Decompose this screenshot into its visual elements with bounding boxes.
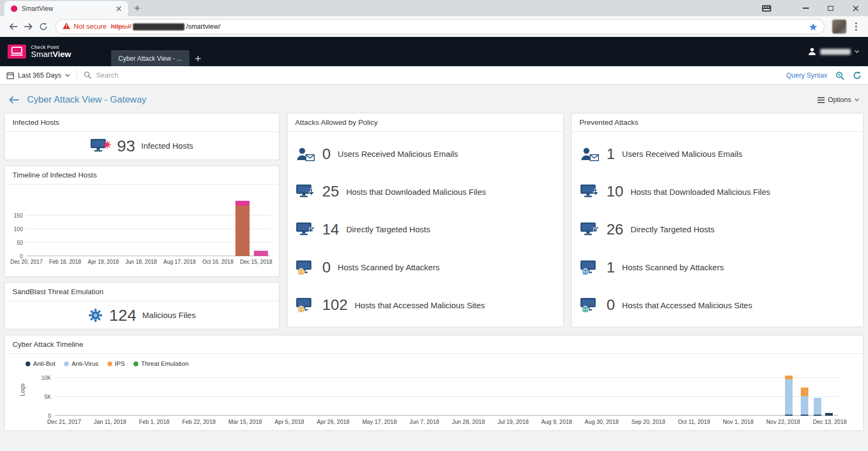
y-tick-label: 50 bbox=[17, 239, 23, 245]
malicious-files-stat[interactable]: 124 Malicious Files bbox=[5, 301, 279, 329]
query-syntax-link[interactable]: Query Syntax bbox=[786, 72, 827, 79]
reload-icon[interactable] bbox=[36, 19, 51, 34]
window-maximize-button[interactable] bbox=[818, 0, 843, 16]
x-tick-label: Feb 18, 2018 bbox=[49, 259, 81, 265]
legend-dot-icon bbox=[133, 361, 138, 366]
chart-plot-area: 050100150 bbox=[27, 198, 270, 256]
x-tick-label: Jun 7, 2018 bbox=[410, 418, 439, 425]
gridline bbox=[27, 256, 270, 256]
malicious-files-label: Malicious Files bbox=[142, 310, 195, 320]
calendar-icon bbox=[7, 72, 14, 79]
allowed-scanned-hosts-row[interactable]: 0 Hosts Scanned by Attackers bbox=[296, 259, 558, 276]
chart-bar bbox=[814, 372, 821, 416]
prevented-malicious-sites-row[interactable]: 0 Hosts that Accessed Malicious Sites bbox=[580, 296, 858, 314]
x-tick-label: Jun 28, 2018 bbox=[452, 418, 485, 425]
stat-value: 25 bbox=[322, 183, 339, 200]
prevented-attacks-card: Prevented Attacks 1 Users Received Malic… bbox=[571, 113, 864, 327]
legend-item: IPS bbox=[107, 360, 125, 367]
search-icon bbox=[84, 71, 92, 79]
chart-plot-area: 05K10K bbox=[55, 372, 838, 416]
host-accessed-site-icon bbox=[296, 297, 317, 313]
x-tick-label: Dec 15, 2018 bbox=[240, 259, 272, 265]
allowed-downloaded-files-row[interactable]: 25 Hosts that Downloaded Malicious Files bbox=[296, 183, 558, 200]
back-icon[interactable] bbox=[5, 19, 21, 34]
dashboard-content: Cyber Attack View - Gateway Options Infe… bbox=[0, 85, 868, 431]
saved-queries-icon[interactable] bbox=[835, 71, 845, 80]
gridline bbox=[55, 377, 838, 378]
bar-segment bbox=[814, 415, 821, 416]
stat-value: 102 bbox=[322, 296, 348, 314]
stat-label: Hosts that Accessed Malicious Sites bbox=[622, 301, 752, 310]
keyboard-icon[interactable] bbox=[762, 5, 771, 12]
browser-window: SmartView bbox=[0, 0, 868, 451]
legend-label: Threat Emulation bbox=[141, 360, 189, 367]
browser-profile-avatar[interactable] bbox=[832, 20, 846, 34]
time-range-selector[interactable]: Last 365 Days bbox=[7, 72, 76, 79]
options-menu-icon bbox=[818, 97, 825, 103]
stat-value: 14 bbox=[322, 221, 339, 238]
smartview-header: Check Point SmartView Cyber Attack View … bbox=[0, 37, 868, 66]
query-toolbar: Last 365 Days Query Syntax bbox=[0, 66, 868, 85]
chevron-down-icon bbox=[854, 50, 859, 53]
forward-icon[interactable] bbox=[21, 19, 36, 34]
browser-tab-smartview[interactable]: SmartView bbox=[4, 1, 128, 16]
x-tick-label: Nov 1, 2018 bbox=[723, 418, 754, 425]
bookmark-star-icon[interactable] bbox=[809, 23, 818, 31]
window-close-button[interactable] bbox=[843, 0, 868, 16]
legend-dot-icon bbox=[25, 361, 30, 366]
back-arrow-icon[interactable] bbox=[9, 96, 20, 104]
allowed-targeted-hosts-row[interactable]: 14 Directly Targeted Hosts bbox=[296, 221, 558, 238]
card-title: Infected Hosts bbox=[5, 113, 279, 132]
prevented-scanned-hosts-row[interactable]: 1 Hosts Scanned by Attackers bbox=[580, 259, 858, 276]
allowed-malicious-sites-row[interactable]: 102 Hosts that Accessed Malicious Sites bbox=[296, 296, 558, 314]
y-tick-label: 100 bbox=[14, 226, 23, 232]
stat-value: 0 bbox=[607, 296, 615, 314]
card-title: Attacks Allowed by Policy bbox=[288, 113, 563, 132]
x-tick-label: Apr 26, 2018 bbox=[317, 418, 349, 425]
browser-titlebar: SmartView bbox=[0, 0, 868, 16]
browser-navbar: Not secure https:// /smartview/ bbox=[0, 16, 868, 37]
x-tick-label: Mar 15, 2018 bbox=[228, 418, 262, 425]
legend-item: Anti-Bot bbox=[25, 360, 55, 367]
not-secure-label[interactable]: Not secure bbox=[74, 23, 106, 30]
y-tick-label: 150 bbox=[14, 212, 23, 218]
tab-cyber-attack-view[interactable]: Cyber Attack View - ... bbox=[111, 50, 189, 66]
x-tick-label: May 17, 2018 bbox=[362, 418, 397, 425]
host-scanned-icon bbox=[296, 259, 317, 276]
prevented-targeted-hosts-row[interactable]: 26 Directly Targeted Hosts bbox=[580, 221, 858, 238]
x-tick-label: Dec 20, 2017 bbox=[10, 259, 43, 265]
chart-bar bbox=[801, 372, 808, 416]
prevented-downloaded-files-row[interactable]: 10 Hosts that Downloaded Malicious Files bbox=[580, 183, 858, 200]
cyber-attack-timeline-chart[interactable]: Anti-BotAnti-VirusIPSThreat Emulation Lo… bbox=[5, 354, 863, 430]
x-tick-label: Feb 1, 2018 bbox=[139, 418, 169, 425]
options-button[interactable]: Options bbox=[818, 96, 859, 104]
host-targeted-icon bbox=[296, 221, 317, 238]
user-icon bbox=[808, 47, 816, 56]
x-tick-label: Aug 30, 2018 bbox=[585, 418, 618, 425]
sandblast-card: SandBlast Threat Emulation 124 Malicious… bbox=[4, 282, 279, 329]
browser-menu-icon[interactable] bbox=[850, 19, 863, 34]
gridline bbox=[27, 215, 270, 215]
allowed-malicious-emails-row[interactable]: 0 Users Received Malicious Emails bbox=[296, 145, 558, 163]
new-tab-icon[interactable] bbox=[132, 3, 142, 13]
user-menu[interactable] bbox=[808, 37, 859, 66]
timeline-infected-hosts-chart[interactable]: 050100150 Dec 20, 2017Feb 18, 2018Apr 19… bbox=[5, 185, 279, 269]
user-email-icon bbox=[296, 146, 317, 162]
stat-label: Hosts that Accessed Malicious Sites bbox=[355, 301, 485, 310]
prevented-malicious-emails-row[interactable]: 1 Users Received Malicious Emails bbox=[580, 145, 858, 163]
add-view-tab-icon[interactable] bbox=[189, 50, 207, 66]
address-bar[interactable]: Not secure https:// /smartview/ bbox=[55, 19, 825, 34]
chart-x-axis: Dec 21, 2017Jan 11, 2018Feb 1, 2018Feb 2… bbox=[47, 418, 847, 425]
stat-label: Directly Targeted Hosts bbox=[630, 225, 714, 234]
timeline-infected-hosts-card: Timeline of Infected Hosts 050100150 Dec… bbox=[4, 166, 279, 277]
bar-segment bbox=[785, 376, 793, 379]
refresh-icon[interactable] bbox=[853, 71, 861, 80]
legend-item: Anti-Virus bbox=[64, 360, 99, 367]
chart-bar bbox=[785, 372, 793, 416]
window-minimize-button[interactable] bbox=[793, 0, 818, 16]
search-input[interactable] bbox=[96, 71, 786, 79]
not-secure-warning-icon[interactable] bbox=[62, 22, 71, 31]
infected-hosts-stat[interactable]: 93 Infected Hosts bbox=[5, 132, 279, 160]
tab-close-icon[interactable] bbox=[114, 4, 124, 14]
host-download-icon bbox=[580, 183, 601, 200]
